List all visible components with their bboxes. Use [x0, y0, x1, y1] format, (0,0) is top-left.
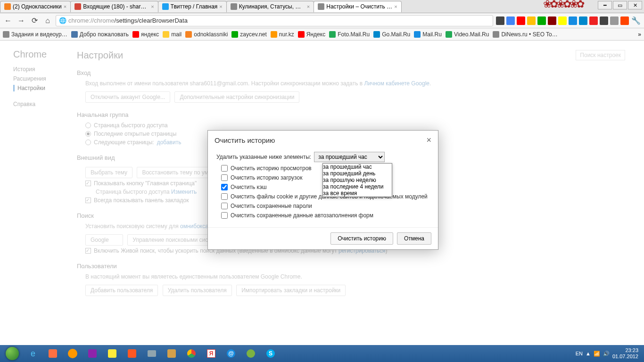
extension-icon[interactable] — [558, 16, 567, 25]
tab-title: Кулинария, Статусы, Цит… — [239, 3, 305, 10]
browser-tab[interactable]: Кулинария, Статусы, Цит…× — [226, 1, 314, 12]
close-icon[interactable]: × — [64, 4, 66, 9]
taskbar-app[interactable]: Я — [202, 346, 221, 361]
bookmark-item[interactable]: mail — [163, 31, 182, 38]
tray-flag-icon[interactable]: ▲ — [586, 351, 591, 356]
reload-button[interactable]: ⟳ — [29, 16, 40, 26]
dropdown-option[interactable]: за прошедший день — [323, 170, 392, 177]
bookmark-item[interactable]: Video.Mail.Ru — [446, 31, 489, 38]
dialog-title: Очистить историю — [215, 136, 275, 144]
bookmark-item[interactable]: nur.kz — [271, 31, 294, 38]
back-button[interactable]: ← — [3, 16, 13, 26]
taskbar-app-chrome[interactable] — [182, 346, 201, 361]
tray-volume-icon[interactable]: 🔊 — [603, 351, 610, 357]
taskbar-app[interactable] — [103, 346, 122, 361]
dropdown-option[interactable]: за все время — [323, 190, 392, 197]
tray-clock[interactable]: 23:23 01.07.2012 — [612, 347, 638, 360]
taskbar-app[interactable] — [162, 346, 181, 361]
time-range-dropdown-open: за прошедший час за прошедший день за пр… — [322, 163, 392, 197]
minimize-button[interactable]: ━ — [598, 1, 612, 9]
bookmark-item[interactable]: Яндекс — [298, 31, 325, 38]
forward-button[interactable]: → — [16, 16, 26, 26]
browser-tab[interactable]: Входящие (180) - shara601…× — [70, 1, 158, 12]
browser-tab[interactable]: Твиттер / Главная× — [158, 1, 227, 12]
checkbox-clear-passwords[interactable]: Очистить сохраненные пароли — [221, 203, 429, 209]
dialog-close-button[interactable]: × — [426, 135, 431, 145]
clear-button[interactable]: Очистить историю — [330, 232, 393, 245]
taskbar-app-skype[interactable]: S — [261, 346, 280, 361]
system-tray: EN ▲ 📶 🔊 23:23 01.07.2012 — [576, 347, 642, 360]
tab-title: Настройки – Очистить ис… — [326, 3, 392, 10]
taskbar-app[interactable] — [83, 346, 102, 361]
tray-network-icon[interactable]: 📶 — [594, 351, 600, 357]
window-controls: ━ ▭ ✕ — [598, 1, 642, 9]
url-host: chrome://chrome — [68, 17, 115, 24]
bookmark-item[interactable]: odnoklassniki — [185, 31, 228, 38]
tab-title: Входящие (180) - shara601… — [83, 3, 149, 10]
extension-icon[interactable] — [579, 16, 587, 25]
globe-icon: 🌐 — [59, 17, 66, 24]
address-bar[interactable]: 🌐 chrome://chrome/settings/clearBrowserD… — [56, 15, 493, 26]
taskbar-app[interactable] — [63, 346, 82, 361]
taskbar-app[interactable]: e — [24, 346, 42, 361]
close-icon[interactable]: × — [219, 4, 222, 9]
time-range-select[interactable]: за прошедший час — [314, 152, 385, 162]
taskbar-app[interactable] — [43, 346, 62, 361]
bookmark-item[interactable]: Go.Mail.Ru — [373, 31, 410, 38]
extension-icon[interactable] — [548, 16, 556, 25]
bookmark-item[interactable]: zaycev.net — [231, 31, 266, 38]
extension-icon[interactable] — [620, 16, 629, 25]
extension-icon[interactable] — [496, 16, 504, 25]
bookmark-item[interactable]: яндекс — [132, 31, 159, 38]
url-path: /settings/clearBrowserData — [115, 17, 188, 24]
extension-icon[interactable] — [610, 16, 619, 25]
bookmarks-overflow-button[interactable]: » — [638, 31, 641, 38]
bookmark-item[interactable]: Mail.Ru — [414, 31, 442, 38]
browser-tab-active[interactable]: Настройки – Очистить ис…× — [314, 1, 401, 12]
bookmarks-bar: Задания и видеоур… Добро пожаловать янде… — [0, 28, 644, 41]
extension-icon[interactable] — [569, 16, 577, 25]
taskbar-app[interactable] — [123, 346, 141, 361]
bookmark-item[interactable]: Добро пожаловать — [71, 31, 129, 38]
taskbar-app[interactable] — [142, 346, 161, 361]
extension-icon[interactable] — [589, 16, 598, 25]
taskbar: e Я @ S EN ▲ 📶 🔊 23:23 01.07.2012 — [0, 345, 644, 362]
browser-tabs-row: (2) Одноклассники× Входящие (180) - shar… — [0, 0, 644, 13]
home-button[interactable]: ⌂ — [42, 16, 53, 26]
close-icon[interactable]: × — [151, 4, 154, 9]
taskbar-app[interactable]: @ — [222, 346, 240, 361]
tab-title: (2) Одноклассники — [13, 3, 62, 10]
browser-tab[interactable]: (2) Одноклассники× — [0, 1, 71, 12]
dialog-prompt: Удалить указанные ниже элементы: — [216, 154, 311, 160]
dropdown-option[interactable]: за последние 4 недели — [323, 183, 392, 190]
tab-title: Твиттер / Главная — [171, 3, 218, 10]
cancel-button[interactable]: Отмена — [397, 232, 431, 245]
extension-icons: 🔧 — [496, 16, 641, 26]
close-icon[interactable]: × — [394, 4, 397, 9]
taskbar-app[interactable] — [241, 346, 260, 361]
close-button[interactable]: ✕ — [628, 1, 642, 9]
extension-icon[interactable] — [527, 16, 536, 25]
extension-icon[interactable] — [600, 16, 608, 25]
theme-decoration: ❀✿❀✿❀✿ — [543, 0, 583, 10]
wrench-icon[interactable]: 🔧 — [631, 16, 641, 26]
tray-lang[interactable]: EN — [576, 351, 583, 356]
maximize-button[interactable]: ▭ — [613, 1, 627, 9]
browser-toolbar: ← → ⟳ ⌂ 🌐 chrome://chrome/settings/clear… — [0, 13, 644, 28]
extension-icon[interactable] — [537, 16, 546, 25]
bookmark-item[interactable]: Foto.Mail.Ru — [329, 31, 370, 38]
start-button[interactable] — [2, 345, 23, 362]
extension-icon[interactable] — [517, 16, 525, 25]
checkbox-clear-autofill[interactable]: Очистить сохраненные данные автозаполнен… — [221, 212, 429, 219]
extension-icon[interactable] — [506, 16, 515, 25]
dropdown-option[interactable]: за прошедший час — [323, 164, 392, 170]
bookmark-item[interactable]: Задания и видеоур… — [3, 31, 67, 38]
dropdown-option-highlighted[interactable]: за прошлую неделю — [323, 177, 392, 183]
bookmark-item[interactable]: DiNews.ru • SEO To… — [493, 31, 557, 38]
close-icon[interactable]: × — [307, 4, 310, 9]
